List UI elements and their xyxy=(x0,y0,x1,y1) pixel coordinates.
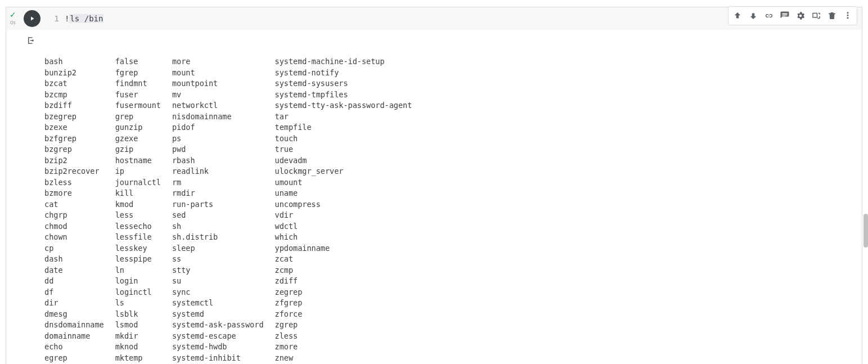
output-item: zcat xyxy=(275,254,412,265)
arrow-down-icon xyxy=(748,11,758,21)
output-item: login xyxy=(115,276,161,287)
output-item: true xyxy=(275,144,412,155)
output-item: systemd-escape xyxy=(172,331,264,342)
output-item: sh xyxy=(172,221,264,232)
output-item: ln xyxy=(115,265,161,276)
output-item: bash xyxy=(44,56,104,68)
settings-button[interactable] xyxy=(793,8,808,24)
output-item: journalctl xyxy=(115,177,161,188)
output-item: gzexe xyxy=(115,133,161,145)
output-item: sed xyxy=(172,210,264,221)
output-item: which xyxy=(275,232,412,243)
output-item: tar xyxy=(275,111,412,123)
output-item: dash xyxy=(44,254,104,265)
output-item: chown xyxy=(44,232,104,243)
output-item: fusermount xyxy=(115,100,161,111)
output-item: domainname xyxy=(44,331,104,342)
code-cell: ✓ 0s 1 !ls /bin bashbunzip2bzcatbzcmpbzd… xyxy=(6,7,862,364)
comment-button[interactable] xyxy=(777,8,793,24)
output-item: chmod xyxy=(44,221,104,232)
output-item: date xyxy=(44,265,104,276)
output-item: umount xyxy=(275,177,412,188)
trash-icon xyxy=(827,11,837,21)
output-column: bashbunzip2bzcatbzcmpbzdiffbzegrepbzexeb… xyxy=(44,56,104,363)
output-item: less xyxy=(115,210,161,221)
delete-button[interactable] xyxy=(824,8,840,24)
output-item: pwd xyxy=(172,144,264,155)
output-column: systemd-machine-id-setupsystemd-notifysy… xyxy=(275,56,412,363)
output-item: systemd-machine-id-setup xyxy=(275,56,412,68)
output-column: falsefgrepfindmntfuserfusermountgrepgunz… xyxy=(115,56,161,363)
vertical-scrollbar-thumb[interactable] xyxy=(863,214,868,248)
output-item: echo xyxy=(44,341,104,353)
output-item: rmdir xyxy=(172,188,264,199)
output-item: dir xyxy=(44,298,104,309)
move-down-button[interactable] xyxy=(745,8,761,24)
output-item: su xyxy=(172,276,264,287)
code-command: ls /bin xyxy=(69,14,104,23)
output-item: zmore xyxy=(275,341,412,353)
output-item: uname xyxy=(275,188,412,199)
output-item: ps xyxy=(172,133,264,145)
output-item: run-parts xyxy=(172,199,264,210)
output-item: kill xyxy=(115,188,161,199)
gear-icon xyxy=(795,11,806,21)
output-item: cat xyxy=(44,199,104,210)
output-item: mknod xyxy=(115,341,161,353)
arrow-up-icon xyxy=(732,11,743,21)
output-item: systemd-notify xyxy=(275,68,412,79)
output-item: bzcmp xyxy=(44,89,104,101)
execution-time: 0s xyxy=(10,20,16,25)
output-item: systemd-hwdb xyxy=(172,341,264,353)
output-item: loginctl xyxy=(115,287,161,298)
output-item: readlink xyxy=(172,166,264,177)
output-item: bzexe xyxy=(44,122,104,133)
output-item: znew xyxy=(275,353,412,364)
output-item: lessfile xyxy=(115,232,161,243)
output-item: bzfgrep xyxy=(44,133,104,145)
output-indicator-icon[interactable] xyxy=(26,35,37,46)
output-item: ss xyxy=(172,254,264,265)
output-item: rbash xyxy=(172,155,264,167)
output-item: bzcat xyxy=(44,78,104,89)
output-item: vdir xyxy=(275,210,412,221)
output-item: hostname xyxy=(115,155,161,167)
output-item: egrep xyxy=(44,353,104,364)
mirror-button[interactable] xyxy=(808,8,824,24)
output-item: systemd-tmpfiles xyxy=(275,89,412,101)
output-item: ypdomainname xyxy=(275,243,412,254)
output-item: systemd-tty-ask-password-agent xyxy=(275,100,412,111)
comment-icon xyxy=(780,11,790,21)
link-button[interactable] xyxy=(761,8,777,24)
output-item: dd xyxy=(44,276,104,287)
output-item: cp xyxy=(44,243,104,254)
output-item: systemd-ask-password xyxy=(172,320,264,331)
link-icon xyxy=(764,11,774,21)
output-item: mv xyxy=(172,89,264,101)
output-item: systemd xyxy=(172,309,264,320)
output-item: sync xyxy=(172,287,264,298)
output-item: chgrp xyxy=(44,210,104,221)
output-item: bzless xyxy=(44,177,104,188)
line-number: 1 xyxy=(49,14,59,23)
output-item: mkdir xyxy=(115,331,161,342)
output-item: findmnt xyxy=(115,78,161,89)
run-cell-button[interactable] xyxy=(24,10,41,27)
check-icon: ✓ xyxy=(10,11,16,19)
output-item: lessecho xyxy=(115,221,161,232)
output-item: nisdomainname xyxy=(172,111,264,123)
output-item: rm xyxy=(172,177,264,188)
output-item: lsmod xyxy=(115,320,161,331)
output-item: sleep xyxy=(172,243,264,254)
more-button[interactable] xyxy=(840,8,856,24)
output-item: false xyxy=(115,56,161,68)
output-item: wdctl xyxy=(275,221,412,232)
move-up-button[interactable] xyxy=(730,8,745,24)
mirror-tab-icon xyxy=(811,11,821,21)
output-item: ulockmgr_server xyxy=(275,166,412,177)
output-item: dmesg xyxy=(44,309,104,320)
output-item: zdiff xyxy=(275,276,412,287)
output-item: more xyxy=(172,56,264,68)
output-item: systemd-inhibit xyxy=(172,353,264,364)
output-item: gzip xyxy=(115,144,161,155)
